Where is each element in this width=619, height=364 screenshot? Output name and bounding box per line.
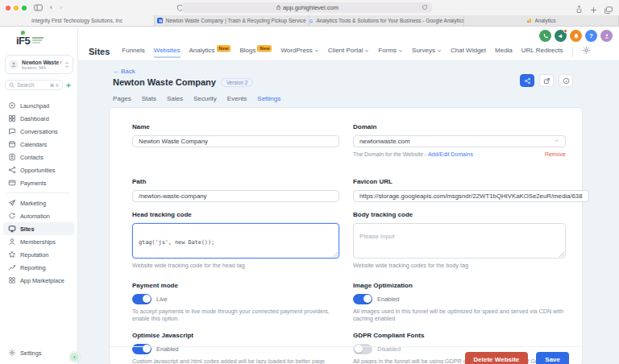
sidebar-item-reporting[interactable]: Reporting xyxy=(0,261,77,274)
nav-surveys[interactable]: Surveys xyxy=(412,47,442,56)
nav-blogs[interactable]: BlogsNew xyxy=(239,47,272,56)
gear-icon xyxy=(8,349,16,357)
nav-wordpress[interactable]: WordPress xyxy=(280,47,318,56)
nav-url-redirects[interactable]: URL Redirects xyxy=(521,47,563,56)
domain-field: Domain newtonwaste.com The Domain for th… xyxy=(353,123,566,157)
head-tracking-textarea[interactable]: gtag('js', new Date()); gtag('config', '… xyxy=(132,223,339,259)
domain-select[interactable]: newtonwaste.com xyxy=(353,135,566,147)
page-actions xyxy=(520,74,573,87)
nav-forms[interactable]: Forms xyxy=(378,47,403,56)
sidebar-nav: Launchpad Dashboard Conversations Calend… xyxy=(0,99,77,287)
sidebar-item-reputation[interactable]: Reputation xyxy=(0,248,77,261)
sidebar-item-opportunities[interactable]: Opportunities xyxy=(0,163,77,176)
back-nav-icon[interactable]: ‹ xyxy=(50,4,52,11)
info-button[interactable] xyxy=(559,74,573,87)
browser-tab-newton-site[interactable]: N Newton Waste Company | Trash & Recycli… xyxy=(155,15,310,26)
tab-events[interactable]: Events xyxy=(227,95,247,102)
notification-dot xyxy=(563,29,567,33)
gear-icon xyxy=(582,46,591,55)
sidebar-item-contacts[interactable]: Contacts xyxy=(0,151,77,163)
path-input[interactable]: /newton-waste-company xyxy=(132,190,339,202)
calendar-icon xyxy=(8,140,16,148)
zoom-window-button[interactable] xyxy=(22,6,27,10)
marketing-icon xyxy=(8,199,16,207)
remove-domain-link[interactable]: Remove xyxy=(545,151,566,157)
sidebar-item-settings[interactable]: Settings xyxy=(0,346,77,359)
agency-logo: iF5 xyxy=(16,30,63,51)
tab-stats[interactable]: Stats xyxy=(142,95,156,102)
notifications-button[interactable] xyxy=(570,30,582,42)
announcements-button[interactable] xyxy=(555,30,567,42)
address-bar[interactable]: app.gohighlevel.com xyxy=(182,2,432,13)
tab-settings[interactable]: Settings xyxy=(257,95,280,102)
browser-tab-active[interactable]: Integrity First Technology Solutions, In… xyxy=(0,15,155,26)
search-input[interactable]: Search ⌘ K xyxy=(5,80,63,90)
minimize-window-button[interactable] xyxy=(14,6,19,10)
nav-analytics[interactable]: AnalyticsNew xyxy=(189,47,231,56)
sidebar-collapse-button[interactable]: ‹ xyxy=(69,352,80,362)
quick-add-button[interactable] xyxy=(63,80,73,90)
delete-website-button[interactable]: Delete Website xyxy=(465,352,529,364)
sidebar-item-automation[interactable]: Automation xyxy=(0,209,77,222)
settings-card: Name Newton Waste Company Domain newtonw… xyxy=(109,107,583,364)
sidebar-item-dashboard[interactable]: Dashboard xyxy=(0,112,77,125)
sidebar-item-conversations[interactable]: Conversations xyxy=(0,125,77,138)
tab-sales[interactable]: Sales xyxy=(167,95,183,102)
image-optimization-toggle[interactable] xyxy=(353,294,372,304)
forward-nav-icon[interactable]: › xyxy=(60,4,62,11)
sidebar-item-sites[interactable]: Sites xyxy=(3,222,74,235)
phone-button[interactable] xyxy=(539,30,551,42)
browser-tab-google-analytics[interactable]: G Analytics Tools & Solutions for Your B… xyxy=(310,15,464,26)
tab-pages[interactable]: Pages xyxy=(113,95,131,102)
star-icon xyxy=(8,250,16,259)
sidebar-item-marketing[interactable]: Marketing xyxy=(0,196,77,209)
body-tracking-textarea[interactable]: Please Input xyxy=(353,223,566,259)
close-window-button[interactable] xyxy=(6,6,10,10)
profile-button[interactable] xyxy=(600,30,613,42)
account-switcher[interactable]: Newton Waste Com... boston, MA xyxy=(5,55,73,74)
resize-handle[interactable] xyxy=(332,251,338,257)
sites-settings-button[interactable] xyxy=(582,46,591,57)
sidebar: iF5 Newton Waste Com... boston, MA Searc… xyxy=(0,27,78,364)
favicon-url-input[interactable]: https://storage.googleapis.com/msgsndr/2… xyxy=(353,190,589,202)
back-link[interactable]: ← Back xyxy=(113,68,135,75)
browser-toolbar: ‹ › app.gohighlevel.com xyxy=(0,0,619,15)
nav-divider xyxy=(572,47,573,57)
row-payment-image: Payment mode Live To accept payments in … xyxy=(132,282,566,323)
analytics-favicon xyxy=(526,18,532,23)
add-edit-domains-link[interactable]: Add/Edit Domains xyxy=(428,151,473,157)
window-controls[interactable] xyxy=(6,6,27,10)
url-text: app.gohighlevel.com xyxy=(283,4,339,11)
tab-security[interactable]: Security xyxy=(193,95,217,102)
browser-tab-strip: Integrity First Technology Solutions, In… xyxy=(0,15,619,27)
body-tracking-field: Body tracking code Please Input Website … xyxy=(353,211,566,270)
reload-icon[interactable] xyxy=(422,4,428,12)
gdpr-fonts-toggle[interactable] xyxy=(353,344,372,354)
sidebar-item-calendars[interactable]: Calendars xyxy=(0,138,77,151)
nav-client-portal[interactable]: Client Portal xyxy=(328,47,370,56)
nav-funnels[interactable]: Funnels xyxy=(122,47,144,56)
card-footer: Delete Website Save xyxy=(110,346,582,347)
payment-mode-toggle[interactable] xyxy=(132,294,152,304)
optimise-javascript-toggle[interactable] xyxy=(132,344,152,354)
chevron-down-icon xyxy=(364,48,369,53)
google-favicon: G xyxy=(310,18,314,23)
sidebar-item-app-marketplace[interactable]: App Marketplace xyxy=(0,274,77,287)
sidebar-item-payments[interactable]: Payments xyxy=(0,176,77,189)
save-button[interactable]: Save xyxy=(536,352,569,364)
sidebar-item-launchpad[interactable]: Launchpad xyxy=(0,99,77,112)
share-button[interactable] xyxy=(520,74,534,87)
name-field: Name Newton Waste Company xyxy=(132,123,339,157)
chevron-down-icon xyxy=(554,138,559,145)
nav-media[interactable]: Media xyxy=(495,47,513,56)
nav-websites[interactable]: Websites xyxy=(154,47,181,58)
nav-chat-widget[interactable]: Chat Widget xyxy=(451,47,486,56)
help-button[interactable]: ? xyxy=(585,30,597,42)
name-input[interactable]: Newton Waste Company xyxy=(132,135,339,147)
browser-tab-analytics[interactable]: Analytics xyxy=(464,15,619,26)
sidebar-toggle-icon[interactable] xyxy=(34,4,43,11)
open-in-new-button[interactable] xyxy=(539,74,554,87)
screen: ‹ › app.gohighlevel.com Integrity Fi xyxy=(0,0,619,364)
resize-handle[interactable] xyxy=(559,251,564,257)
sidebar-item-memberships[interactable]: Memberships xyxy=(0,235,77,248)
